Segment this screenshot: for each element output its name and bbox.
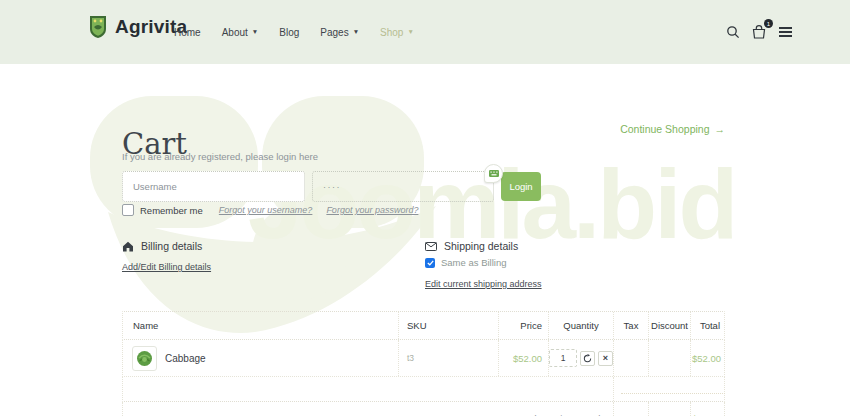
quantity-cell: ×	[548, 340, 613, 376]
product-tax	[613, 340, 648, 376]
nav-label: Home	[174, 27, 201, 38]
login-button[interactable]: Login	[501, 172, 541, 201]
nav-label: Shop	[380, 27, 403, 38]
chevron-down-icon: ▼	[407, 29, 413, 36]
cabbage-image	[136, 350, 153, 367]
cart-bag-icon[interactable]: 1	[751, 24, 768, 40]
summary-discount	[648, 402, 690, 416]
col-header-name: Name	[123, 312, 398, 339]
shipping-details-header: Shipping details	[425, 240, 518, 252]
nav-label: Pages	[320, 27, 348, 38]
quantity-input[interactable]	[549, 349, 577, 367]
shipping-details-title: Shipping details	[444, 240, 518, 252]
cart-table: Name SKU Price Quantity Tax Discount Tot…	[122, 311, 725, 416]
login-options-row: Remember me Forgot your username? Forgot…	[122, 204, 432, 216]
remember-me-label: Remember me	[140, 205, 203, 216]
menu-hamburger-icon[interactable]	[779, 27, 792, 37]
close-icon: ×	[603, 354, 608, 363]
home-icon	[122, 241, 134, 252]
product-name-cell: Cabbage	[123, 340, 398, 376]
nav-label: About	[222, 27, 248, 38]
nav-item-about[interactable]: About ▼	[222, 27, 259, 38]
col-header-sku: SKU	[398, 312, 498, 339]
update-quantity-button[interactable]	[580, 351, 595, 366]
same-as-billing-checkbox[interactable]	[425, 258, 435, 268]
same-as-billing-label: Same as Billing	[441, 257, 506, 268]
column-divider	[613, 377, 614, 401]
table-header-row: Name SKU Price Quantity Tax Discount Tot…	[122, 311, 725, 340]
search-icon[interactable]	[726, 25, 740, 39]
nav-item-shop[interactable]: Shop ▼	[380, 27, 414, 38]
chevron-down-icon: ▼	[252, 29, 258, 36]
nav-item-pages[interactable]: Pages ▼	[320, 27, 359, 38]
password-input[interactable]: ····	[312, 171, 494, 202]
top-header: Agrivita Home About ▼ Blog Pages ▼ Shop …	[0, 0, 850, 64]
product-discount	[648, 340, 690, 376]
summary-total: $52.00	[690, 402, 726, 416]
refresh-icon	[583, 354, 592, 363]
col-header-quantity: Quantity	[548, 312, 613, 339]
username-input[interactable]	[122, 171, 305, 202]
coupon-input[interactable]	[621, 379, 725, 394]
nav-label: Blog	[279, 27, 299, 38]
summary-label: Product prices result	[123, 402, 613, 416]
nav-item-blog[interactable]: Blog	[279, 27, 299, 38]
forgot-username-link[interactable]: Forgot your username?	[219, 205, 313, 215]
cart-page: Joomla.bid Agrivita Home About ▼ Blog	[0, 0, 850, 416]
arrow-right-icon: →	[715, 123, 726, 135]
continue-shopping-link[interactable]: Continue Shopping →	[620, 123, 725, 135]
billing-details-title: Billing details	[141, 240, 202, 252]
product-price: $52.00	[498, 340, 548, 376]
col-header-tax: Tax	[613, 312, 648, 339]
edit-billing-link[interactable]: Add/Edit Billing details	[122, 262, 211, 272]
same-as-billing-row: Same as Billing	[425, 257, 506, 268]
remember-me-checkbox[interactable]	[122, 204, 134, 216]
virtual-keyboard-icon[interactable]	[484, 164, 503, 183]
product-sku: t3	[398, 340, 498, 376]
product-thumbnail	[132, 346, 157, 371]
envelope-icon	[425, 242, 437, 251]
col-header-discount: Discount	[648, 312, 690, 339]
edit-shipping-link[interactable]: Edit current shipping address	[425, 279, 542, 289]
product-total: $52.00	[690, 340, 726, 376]
brand-logo[interactable]: Agrivita	[88, 15, 187, 39]
product-name-link[interactable]: Cabbage	[165, 353, 206, 364]
summary-row: Product prices result $52.00	[122, 402, 725, 416]
summary-tax	[613, 402, 648, 416]
continue-shopping-label: Continue Shopping	[620, 123, 709, 135]
header-actions: 1	[726, 0, 792, 64]
chevron-down-icon: ▼	[353, 29, 359, 36]
main-nav: Home About ▼ Blog Pages ▼ Shop ▼	[174, 0, 414, 64]
login-intro-text: If you are already registered, please lo…	[122, 151, 318, 162]
cart-count-badge: 1	[764, 19, 773, 28]
coupon-row	[122, 377, 725, 402]
billing-details-header: Billing details	[122, 240, 202, 252]
agrivita-shield-icon	[88, 15, 108, 39]
table-row: Cabbage t3 $52.00 × $52.00	[122, 340, 725, 377]
col-header-price: Price	[498, 312, 548, 339]
col-header-total: Total	[690, 312, 726, 339]
nav-item-home[interactable]: Home	[174, 27, 201, 38]
remove-item-button[interactable]: ×	[598, 351, 613, 366]
forgot-password-link[interactable]: Forgot your password?	[326, 205, 418, 215]
